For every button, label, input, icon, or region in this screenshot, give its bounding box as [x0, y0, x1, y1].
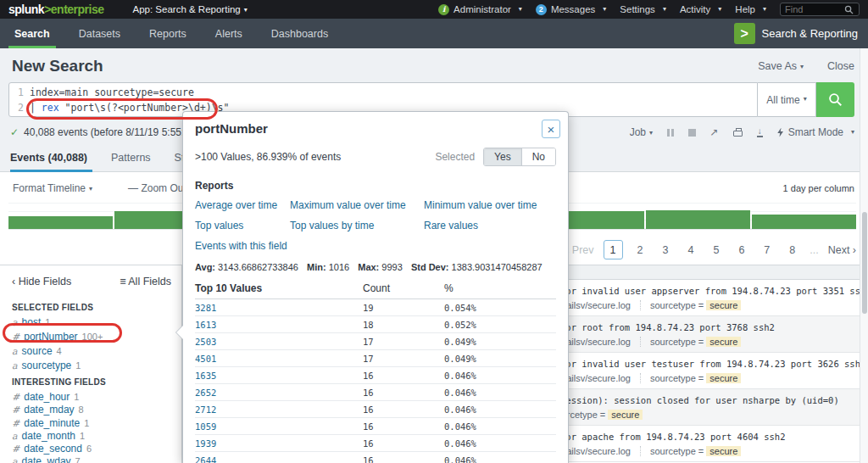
- tab-events[interactable]: Events (40,088): [10, 142, 99, 172]
- field-name-link[interactable]: date_mday: [24, 404, 74, 416]
- page-8[interactable]: 8: [784, 244, 800, 256]
- zoom-out-button[interactable]: — Zoom Out: [128, 182, 186, 194]
- value-link[interactable]: 1939: [195, 438, 216, 449]
- activity-menu[interactable]: Activity▾: [680, 4, 721, 14]
- find-input[interactable]: [785, 4, 844, 14]
- page-3[interactable]: 3: [658, 244, 674, 256]
- format-timeline-menu[interactable]: Format Timeline▾: [13, 182, 92, 194]
- field-item-date-month[interactable]: adate_month1: [12, 430, 181, 443]
- export-icon[interactable]: ↓: [757, 127, 763, 137]
- messages-menu[interactable]: 2 Messages▾: [536, 4, 606, 15]
- value-link[interactable]: 1059: [195, 421, 216, 432]
- value-link[interactable]: 2644: [195, 455, 216, 463]
- report-link-max[interactable]: Maximum value over time: [290, 199, 424, 211]
- search-button[interactable]: [816, 82, 854, 117]
- help-menu[interactable]: Help▾: [735, 4, 766, 14]
- value-link[interactable]: 2712: [195, 404, 216, 415]
- field-name-link[interactable]: date_hour: [24, 391, 70, 403]
- report-link-events-field[interactable]: Events with this field: [195, 240, 290, 252]
- value-link[interactable]: 2652: [195, 388, 216, 398]
- time-range-picker[interactable]: All time▾: [758, 82, 816, 117]
- caret-down-icon: ▾: [800, 63, 804, 70]
- selected-no-button[interactable]: No: [522, 148, 555, 165]
- app-menu-dropdown[interactable]: App: Search & Reporting▾: [133, 4, 248, 14]
- scrollbar-thumb[interactable]: [862, 212, 867, 314]
- nav-tab-dashboards[interactable]: Dashboards: [257, 19, 342, 48]
- stop-icon[interactable]: [688, 129, 696, 137]
- count-cell: 19: [363, 299, 444, 316]
- nav-tab-search[interactable]: Search: [0, 19, 64, 48]
- sourcetype-value[interactable]: secure: [608, 410, 643, 420]
- annotation-circle-portnumber-field: [3, 323, 122, 343]
- search-mode-selector[interactable]: Smart Mode▾: [777, 126, 854, 138]
- field-item-date-second[interactable]: #date_second6: [12, 443, 181, 455]
- nav-tab-alerts[interactable]: Alerts: [201, 19, 257, 48]
- share-icon[interactable]: ↗: [710, 126, 719, 138]
- report-link-average[interactable]: Average over time: [195, 199, 290, 211]
- user-menu[interactable]: i Administrator▾: [438, 4, 522, 15]
- field-name-link[interactable]: sourcetype: [22, 360, 72, 371]
- page-1-active[interactable]: 1: [604, 240, 623, 259]
- sourcetype-value[interactable]: secure: [706, 337, 741, 347]
- field-item-date-wday[interactable]: adate_wday7: [12, 455, 181, 463]
- value-link[interactable]: 4501: [195, 354, 216, 364]
- sourcetype-value[interactable]: secure: [706, 446, 741, 456]
- sourcetype-value[interactable]: secure: [706, 300, 741, 310]
- sourcetype-value[interactable]: secure: [706, 373, 741, 383]
- close-button[interactable]: Close: [827, 60, 854, 72]
- page-2[interactable]: 2: [632, 244, 648, 256]
- field-name-link[interactable]: date_minute: [24, 417, 80, 429]
- pause-icon[interactable]: [667, 129, 674, 137]
- scrollbar-track[interactable]: [860, 48, 868, 463]
- report-link-top-values[interactable]: Top values: [195, 220, 290, 232]
- page-7[interactable]: 7: [759, 244, 775, 256]
- event-source[interactable]: mailsv/secure.log: [559, 373, 631, 383]
- table-row: 2712160.046%: [195, 401, 556, 418]
- find-search-box[interactable]: [780, 3, 860, 16]
- report-link-rare-values[interactable]: Rare values: [424, 220, 556, 232]
- field-item-source[interactable]: asource4: [12, 344, 181, 359]
- search-icon: [844, 5, 854, 14]
- splunk-logo[interactable]: splunk>enterprise: [8, 3, 104, 16]
- field-item-date-minute[interactable]: #date_minute1: [12, 417, 181, 430]
- timeline-bar[interactable]: [646, 210, 750, 229]
- tab-patterns[interactable]: Patterns: [99, 142, 163, 172]
- close-icon[interactable]: ×: [542, 120, 560, 138]
- timeline-bar[interactable]: [8, 216, 113, 229]
- page-4[interactable]: 4: [682, 244, 698, 256]
- event-source[interactable]: mailsv/secure.log: [559, 337, 631, 347]
- selected-yes-button[interactable]: Yes: [484, 148, 522, 165]
- save-as-button[interactable]: Save As▾: [758, 60, 804, 72]
- hide-fields-button[interactable]: ‹ Hide Fields: [12, 276, 71, 287]
- field-item-date-hour[interactable]: #date_hour1: [12, 391, 181, 404]
- timeline-bar[interactable]: [752, 215, 856, 229]
- save-as-label: Save As: [758, 60, 797, 72]
- value-link[interactable]: 1635: [195, 371, 216, 381]
- all-fields-button[interactable]: ≡ All Fields: [120, 276, 171, 287]
- report-link-min[interactable]: Minimum value over time: [424, 199, 556, 211]
- prev-page-button[interactable]: ‹ Prev: [565, 244, 593, 256]
- print-icon[interactable]: [733, 131, 743, 137]
- value-link[interactable]: 2503: [195, 337, 216, 347]
- nav-tab-reports[interactable]: Reports: [135, 19, 201, 48]
- field-name-link[interactable]: date_wday: [22, 455, 71, 463]
- field-name-link[interactable]: date_month: [22, 430, 75, 442]
- field-name-link[interactable]: date_second: [24, 443, 82, 455]
- next-page-button[interactable]: Next ›: [828, 244, 856, 256]
- value-link[interactable]: 1613: [195, 320, 216, 330]
- report-link-top-values-time[interactable]: Top values by time: [290, 220, 424, 232]
- page-6[interactable]: 6: [733, 244, 749, 256]
- current-app[interactable]: > Search & Reporting: [734, 19, 858, 48]
- field-item-sourcetype[interactable]: asourcetype1: [12, 359, 181, 373]
- value-link[interactable]: 3281: [195, 303, 216, 313]
- job-menu[interactable]: Job▾: [630, 126, 653, 138]
- event-source[interactable]: mailsv/secure.log: [559, 300, 631, 310]
- event-source[interactable]: mailsv/secure.log: [559, 446, 631, 456]
- page-5[interactable]: 5: [708, 244, 724, 256]
- stddev-value: 1383.9031470458287: [452, 262, 542, 272]
- app-badge-icon: >: [734, 23, 755, 44]
- field-item-date-mday[interactable]: #date_mday8: [12, 404, 181, 416]
- nav-tab-datasets[interactable]: Datasets: [64, 19, 135, 48]
- field-name-link[interactable]: source: [22, 345, 53, 357]
- settings-menu[interactable]: Settings▾: [620, 4, 666, 14]
